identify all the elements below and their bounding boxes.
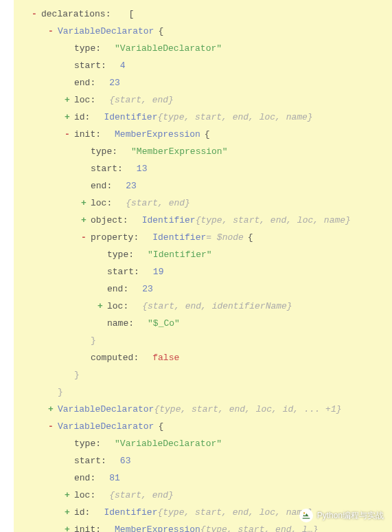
property-key: start [74, 455, 101, 467]
number-value: 23 [109, 77, 120, 89]
close-brace: } [91, 335, 96, 347]
open-brace: { [205, 129, 210, 141]
expand-icon[interactable]: + [47, 403, 55, 416]
property-key: start [74, 60, 101, 72]
node-name[interactable]: VariableDeclarator [58, 403, 154, 416]
node-name[interactable]: VariableDeclarator [58, 421, 154, 433]
collapsed-summary[interactable]: {type, start, end, loc, name} [157, 111, 312, 124]
tree-row: +loc: {start, end, identifierName} [14, 298, 392, 315]
number-value: 23 [142, 283, 153, 296]
tree-row: } [14, 384, 392, 401]
svg-point-0 [303, 512, 305, 513]
tree-row: type:"VariableDeclarator" [14, 40, 392, 57]
watermark-text: Python编程与实战 [317, 510, 384, 522]
open-brace: { [158, 421, 163, 433]
collapse-icon[interactable]: - [30, 8, 38, 21]
expand-icon[interactable]: + [63, 111, 71, 124]
tree-row: end:23 [14, 74, 392, 91]
tree-row: } [14, 332, 392, 349]
collapsed-summary[interactable]: {type, start, end, l…} [200, 524, 319, 533]
tree-row: end:23 [14, 177, 392, 195]
tree-row: start:19 [14, 263, 392, 280]
tree-row: name:"$_Co" [14, 315, 392, 332]
property-key: start [107, 266, 134, 278]
collapsed-summary[interactable]: {type, start, end, loc, name} [196, 214, 351, 227]
collapse-icon[interactable]: - [80, 232, 88, 244]
tree-row: start:63 [14, 452, 392, 469]
collapsed-summary[interactable]: {type, start, end, loc, id, ... +1} [154, 403, 341, 416]
property-key: init [74, 524, 95, 533]
collapsed-summary[interactable]: {start, end} [109, 489, 174, 502]
tree-row: end:23 [14, 280, 392, 298]
annotation: = $node [206, 232, 244, 244]
collapse-icon[interactable]: - [47, 421, 55, 433]
tree-row: -VariableDeclarator { [14, 23, 392, 40]
expand-icon[interactable]: + [63, 507, 71, 519]
collapsed-summary[interactable]: {start, end} [109, 94, 174, 107]
watermark: Python编程与实战 [299, 509, 384, 522]
ast-tree-panel: -declarations: [-VariableDeclarator { ty… [14, 0, 392, 532]
collapsed-summary[interactable]: {start, end} [126, 197, 190, 210]
tree-row: -declarations: [ [14, 5, 392, 23]
property-key: loc [107, 300, 123, 313]
expand-icon[interactable]: + [96, 300, 104, 313]
property-key: end [74, 77, 90, 89]
expand-icon[interactable]: + [63, 489, 71, 502]
property-key: end [91, 180, 106, 192]
open-brace: { [158, 25, 163, 38]
expand-icon[interactable]: + [63, 524, 71, 533]
number-value: 4 [120, 60, 126, 72]
close-brace: } [74, 369, 80, 381]
property-key: type [107, 249, 128, 261]
property-key: init [74, 129, 95, 141]
property-key: loc [74, 489, 90, 502]
type-name[interactable]: Identifier [104, 507, 157, 519]
property-key: declarations [41, 8, 106, 21]
tree-row: type:"VariableDeclarator" [14, 435, 392, 452]
expand-icon[interactable]: + [80, 214, 88, 227]
property-key: property [91, 232, 133, 244]
property-key: type [91, 146, 112, 158]
tree-row: end:81 [14, 469, 392, 487]
number-value: 19 [153, 266, 164, 278]
tree-row: computed:false [14, 349, 392, 366]
property-key: end [107, 283, 123, 296]
number-value: 13 [137, 163, 148, 175]
property-key: id [74, 111, 85, 124]
collapsed-summary[interactable]: {type, start, end, loc, name} [157, 507, 312, 519]
tree-row: -VariableDeclarator { [14, 418, 392, 435]
expand-icon[interactable]: + [63, 94, 71, 107]
expand-icon[interactable]: + [80, 197, 88, 210]
type-name[interactable]: Identifier [104, 111, 157, 124]
node-name[interactable]: VariableDeclarator [58, 25, 154, 38]
tree-row: start:13 [14, 160, 392, 177]
number-value: 81 [109, 472, 120, 485]
tree-row: -property:Identifier = $node { [14, 229, 392, 246]
collapsed-summary[interactable]: {start, end, identifierName} [142, 300, 292, 313]
property-key: type [74, 438, 95, 450]
tree-row: +loc: {start, end} [14, 195, 392, 212]
type-name[interactable]: MemberExpression [115, 524, 200, 533]
property-key: start [91, 163, 117, 175]
type-name[interactable]: Identifier [152, 232, 206, 244]
collapse-icon[interactable]: - [47, 25, 55, 38]
string-value: "VariableDeclarator" [115, 438, 222, 450]
string-value: "$_Co" [148, 318, 180, 330]
tree-row: +loc: {start, end} [14, 91, 392, 109]
property-key: computed [91, 352, 133, 364]
type-name[interactable]: Identifier [142, 214, 196, 227]
watermark-avatar-icon [299, 509, 313, 522]
tree-row: +loc: {start, end} [14, 487, 392, 504]
boolean-value: false [152, 352, 179, 364]
string-value: "Identifier" [148, 249, 212, 261]
property-key: object [91, 214, 123, 227]
tree-row: type:"Identifier" [14, 246, 392, 263]
tree-row: -init:MemberExpression { [14, 126, 392, 143]
collapse-icon[interactable]: - [63, 129, 71, 141]
property-key: id [74, 507, 85, 519]
property-key: type [74, 43, 95, 55]
type-name[interactable]: MemberExpression [115, 129, 200, 141]
string-value: "MemberExpression" [131, 146, 227, 158]
string-value: "VariableDeclarator" [115, 43, 222, 55]
tree-row: start:4 [14, 57, 392, 74]
